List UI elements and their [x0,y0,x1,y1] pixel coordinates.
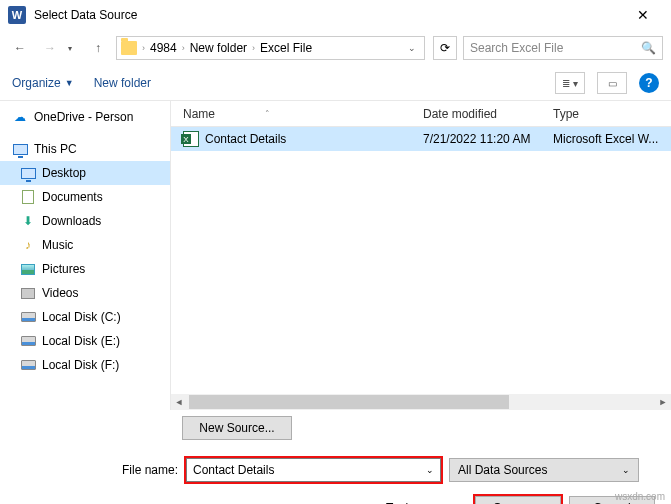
disk-icon [20,357,36,373]
newfolder-button[interactable]: New folder [94,76,151,90]
disk-icon [20,333,36,349]
sidebar-item-onedrive[interactable]: ☁OneDrive - Person [0,105,170,129]
sidebar-item-downloads[interactable]: ⬇Downloads [0,209,170,233]
view-options-button[interactable]: ≣ ▾ [555,72,585,94]
disk-icon [20,309,36,325]
music-icon: ♪ [20,237,36,253]
sidebar-item-desktop[interactable]: Desktop [0,161,170,185]
folder-icon [121,41,137,55]
breadcrumb[interactable]: › 4984 › New folder › Excel File ⌄ [116,36,425,60]
search-icon[interactable]: 🔍 [641,41,656,55]
window-title: Select Data Source [34,8,623,22]
filename-label: File name: [122,463,178,477]
refresh-button[interactable]: ⟳ [433,36,457,60]
file-name: Contact Details [205,132,286,146]
up-button[interactable]: ↑ [86,36,110,60]
scroll-thumb[interactable] [189,395,509,409]
file-date: 7/21/2022 11:20 AM [423,132,553,146]
watermark: wsxdn.com [615,491,665,502]
chevron-right-icon: › [252,43,255,53]
filename-input[interactable]: Contact Details ⌄ [186,458,441,482]
sidebar-item-music[interactable]: ♪Music [0,233,170,257]
organize-button[interactable]: Organize▼ [12,76,74,90]
back-button[interactable]: ← [8,36,32,60]
breadcrumb-item[interactable]: 4984 [150,41,177,55]
filename-value: Contact Details [193,463,274,477]
chevron-down-icon: ⌄ [622,465,630,475]
monitor-icon [12,141,28,157]
filter-value: All Data Sources [458,463,547,477]
column-date[interactable]: Date modified [423,107,553,121]
chevron-down-icon: ▼ [65,78,74,88]
sidebar: ☁OneDrive - Person This PC Desktop Docum… [0,101,170,410]
chevron-right-icon: › [182,43,185,53]
file-row[interactable]: Contact Details 7/21/2022 11:20 AM Micro… [171,127,671,151]
video-icon [20,285,36,301]
close-icon[interactable]: ✕ [623,7,663,23]
breadcrumb-item[interactable]: Excel File [260,41,312,55]
chevron-right-icon: › [142,43,145,53]
file-filter-select[interactable]: All Data Sources ⌄ [449,458,639,482]
scroll-left-icon[interactable]: ◄ [171,397,187,407]
sidebar-item-disk-f[interactable]: Local Disk (F:) [0,353,170,377]
sidebar-item-videos[interactable]: Videos [0,281,170,305]
breadcrumb-item[interactable]: New folder [190,41,247,55]
monitor-icon [20,165,36,181]
sidebar-item-pictures[interactable]: Pictures [0,257,170,281]
download-icon: ⬇ [20,213,36,229]
search-placeholder: Search Excel File [470,41,563,55]
help-icon[interactable]: ? [639,73,659,93]
column-name[interactable]: Name [183,107,215,121]
column-type[interactable]: Type [553,107,671,121]
app-icon: W [8,6,26,24]
sidebar-item-documents[interactable]: Documents [0,185,170,209]
new-source-button[interactable]: New Source... [182,416,292,440]
scroll-right-icon[interactable]: ► [655,397,671,407]
chevron-down-icon[interactable]: ⌄ [408,43,420,53]
excel-file-icon [183,131,199,147]
sidebar-item-disk-c[interactable]: Local Disk (C:) [0,305,170,329]
sidebar-item-thispc[interactable]: This PC [0,137,170,161]
preview-pane-button[interactable]: ▭ [597,72,627,94]
file-list: Name˄ Date modified Type Contact Details… [170,101,671,410]
search-input[interactable]: Search Excel File 🔍 [463,36,663,60]
history-dropdown-icon[interactable]: ▾ [68,44,80,53]
horizontal-scrollbar[interactable]: ◄ ► [171,394,671,410]
sort-indicator-icon: ˄ [265,109,270,119]
chevron-down-icon[interactable]: ⌄ [426,465,434,475]
cloud-icon: ☁ [12,109,28,125]
sidebar-item-disk-e[interactable]: Local Disk (E:) [0,329,170,353]
picture-icon [20,261,36,277]
open-button[interactable]: Open▼ [475,496,561,504]
document-icon [20,189,36,205]
file-type: Microsoft Excel W... [553,132,671,146]
forward-button: → [38,36,62,60]
